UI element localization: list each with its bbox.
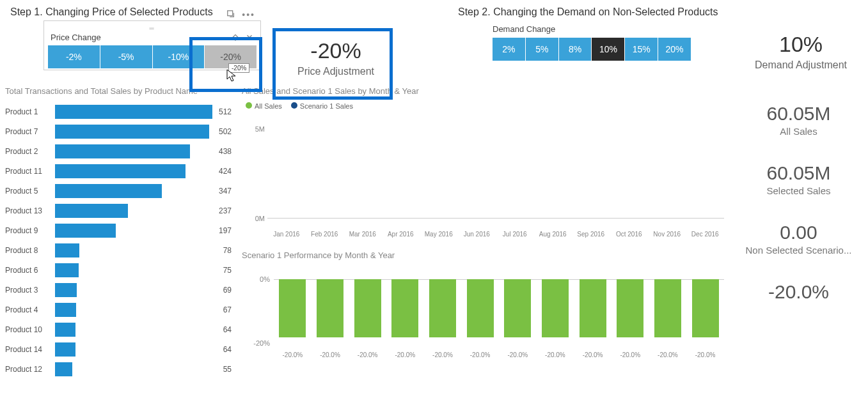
colchart-xtick: Nov 2016 [651,231,683,238]
hbar-value: 512 [219,107,232,116]
perf-value-label: -20.0% [658,351,678,358]
hbar-title: Total Transactions and Total Sales by Pr… [5,86,232,96]
hbar-value: 347 [219,187,232,196]
more-options-icon[interactable]: ••• [242,10,255,20]
non-selected-value: 0.00 [746,222,852,243]
hbar-row[interactable]: Product 878 [5,241,232,260]
perf-bar[interactable] [429,279,456,337]
pct-diff-value: -20.0% [768,281,829,303]
hbar-value: 67 [223,305,232,314]
perf-value-label: -20.0% [545,351,565,358]
perf-value-label: -20.0% [432,351,453,358]
perf-bar[interactable] [692,279,719,337]
slicer-option[interactable]: -10% [153,45,205,68]
all-sales-card: 60.05M All Sales [766,103,830,137]
hbar-row[interactable]: Product 5347 [5,181,232,201]
slicer-option[interactable]: 2% [493,38,526,61]
hbar-row[interactable]: Product 675 [5,261,232,280]
hbar-value: 424 [219,167,232,176]
perf-bar[interactable] [467,279,494,337]
hbar-row[interactable]: Product 2438 [5,142,232,161]
hbar-value: 75 [223,266,232,275]
price-adjustment-value: -20% [281,38,390,63]
hbar-row[interactable]: Product 1512 [5,102,232,121]
step1-title: Step 1. Changing Price of Selected Produ… [0,0,448,20]
hbar-row[interactable]: Product 11424 [5,162,232,181]
hbar-category: Product 1 [5,107,55,116]
demand-adjustment-card: 10% Demand Adjustment [734,0,868,71]
chevron-down-icon[interactable] [245,32,254,43]
perf-bar[interactable] [580,279,606,337]
grouped-column-chart[interactable]: 5M 0M Jan 2016Feb 2016Mar 2016Apr 2016Ma… [242,110,724,238]
colchart-xtick: May 2016 [423,231,455,238]
hbar-row[interactable]: Product 7502 [5,122,232,141]
hbar-row[interactable]: Product 13237 [5,201,232,220]
perf-value-label: -20.0% [395,351,415,358]
colchart-legend: All Sales Scenario 1 Sales [246,102,724,110]
demand-adjustment-label: Demand Adjustment [734,59,868,71]
perfchart-title: Scenario 1 Performance by Month & Year [242,250,724,260]
non-selected-label: Non Selected Scenario... [746,245,852,256]
hbar-category: Product 7 [5,127,55,136]
hbar-value: 64 [223,325,232,334]
selected-sales-card: 60.05M Selected Sales [766,162,830,196]
price-adjustment-label: Price Adjustment [281,66,390,77]
demand-change-label: Demand Change [493,24,734,34]
perf-bar[interactable] [354,279,381,337]
perf-bar[interactable] [504,279,531,337]
slicer-tooltip: -20% [228,63,249,73]
hbar-category: Product 10 [5,325,55,334]
slicer-option[interactable]: 10% [592,38,625,61]
hbar-category: Product 11 [5,167,55,176]
perf-value-label: -20.0% [583,351,603,358]
slicer-drag-handle[interactable]: ═ [48,25,256,32]
eraser-icon[interactable] [231,32,240,43]
hbar-row[interactable]: Product 1464 [5,340,232,359]
hbar-value: 502 [219,127,232,136]
colchart-xtick: Mar 2016 [347,231,379,238]
slicer-option[interactable]: 15% [625,38,658,61]
slicer-option[interactable]: 8% [559,38,592,61]
hbar-category: Product 13 [5,206,55,215]
slicer-option[interactable]: 5% [526,38,559,61]
hbar-value: 64 [223,345,232,354]
perf-ytick-zero: 0% [260,275,270,283]
perf-value-label: -20.0% [620,351,640,358]
demand-adjustment-value: 10% [734,32,868,57]
perf-value-label: -20.0% [470,351,491,358]
hbar-category: Product 4 [5,305,55,314]
hbar-row[interactable]: Product 1255 [5,360,232,377]
perf-bar[interactable] [542,279,569,337]
focus-mode-icon[interactable] [226,10,235,20]
non-selected-card: 0.00 Non Selected Scenario... [746,222,852,256]
hbar-chart[interactable]: Product 1512Product 7502Product 2438Prod… [5,102,232,377]
hbar-value: 78 [223,246,232,255]
hbar-category: Product 14 [5,345,55,354]
perf-bar[interactable] [617,279,643,337]
demand-change-slicer[interactable]: 2%5%8%10%15%20% [493,38,691,61]
hbar-value: 438 [219,147,232,156]
performance-chart[interactable]: 0% -20% -20.0%-20.0%-20.0%-20.0%-20.0%-2… [242,266,724,369]
perf-value-label: -20.0% [282,351,303,358]
perf-value-label: -20.0% [695,351,716,358]
perf-bar[interactable] [279,279,306,337]
step2-title: Step 2. Changing the Demand on Non-Selec… [448,0,734,20]
perf-bar[interactable] [654,279,681,337]
colchart-xtick: Apr 2016 [384,231,416,238]
pct-diff-card: -20.0% [768,281,829,303]
hbar-row[interactable]: Product 9197 [5,221,232,240]
slicer-option[interactable]: -5% [100,45,153,68]
perf-bar[interactable] [391,279,418,337]
price-change-slicer[interactable]: ═ ••• Price Change -2%-5%-10%-20% [43,20,261,70]
perf-bar[interactable] [317,279,343,337]
hbar-value: 55 [223,365,232,374]
hbar-row[interactable]: Product 1064 [5,320,232,339]
hbar-row[interactable]: Product 467 [5,300,232,319]
slicer-option[interactable]: -2% [48,45,100,68]
slicer-option[interactable]: 20% [658,38,691,61]
hbar-category: Product 12 [5,365,55,374]
selected-sales-label: Selected Sales [766,185,830,196]
hbar-row[interactable]: Product 369 [5,280,232,300]
hbar-value: 237 [219,206,232,215]
colchart-xtick: Jan 2016 [271,231,303,238]
